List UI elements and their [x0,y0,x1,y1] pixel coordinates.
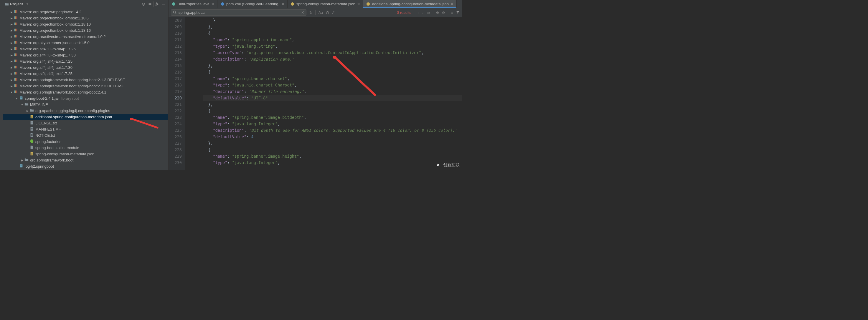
code-editor[interactable]: 2082092102112122132142152162172182192202… [168,17,462,170]
svg-rect-31 [14,66,15,69]
tree-item[interactable]: ▶org.apache.logging.log4j.core.config.pl… [3,108,168,114]
code-line[interactable]: "name": "spring.application.name", [203,36,462,43]
collapse-all-icon[interactable] [147,1,153,7]
code-line[interactable]: { [203,69,462,75]
expand-arrow-icon[interactable]: ▶ [9,72,13,75]
select-all-icon[interactable]: ▭ [427,10,430,15]
code-line[interactable]: "description": "Banner file encoding.", [203,88,462,95]
code-line[interactable]: "type": "java.lang.String", [203,43,462,49]
tree-item[interactable]: ▶Maven: org.springframework.boot:spring-… [3,77,168,83]
expand-arrow-icon[interactable]: ▶ [9,35,13,38]
tree-item[interactable]: ▶Maven: org.pegdown:pegdown:1.4.2 [3,9,168,15]
tree-item[interactable]: ▼META-INF [3,102,168,108]
close-tab-icon[interactable]: ✕ [211,2,214,6]
close-tab-icon[interactable]: ✕ [357,2,360,6]
tree-item[interactable]: { }spring-configuration-metadata.json [3,151,168,157]
next-match-icon[interactable]: ↓ [422,10,424,15]
close-tab-icon[interactable]: ✕ [451,2,454,6]
code-line[interactable]: "name": "spring.banner.image.bitdepth", [203,114,462,120]
expand-arrow-icon[interactable]: ▼ [9,91,13,94]
close-tab-icon[interactable]: ✕ [281,2,284,6]
project-view-selector[interactable]: Project ▼ [5,2,29,6]
prev-match-icon[interactable]: ↑ [417,10,419,15]
expand-arrow-icon[interactable]: ▶ [9,41,13,44]
add-selection-icon[interactable]: ⊕ [436,10,439,15]
code-line[interactable]: { [203,146,462,153]
tree-item[interactable]: ▶Maven: org.slf4j:slf4j-api:1.7.25 [3,58,168,64]
words-toggle[interactable]: W [326,10,329,15]
code-line[interactable]: "description": "Application name." [203,56,462,62]
code-content[interactable]: } }, { "name": "spring.application.name"… [185,17,462,170]
expand-arrow-icon[interactable]: ▶ [9,85,13,87]
editor-tab[interactable]: pom.xml (SpringBoot-Learning)✕ [217,0,287,8]
editor-tab[interactable]: additional-spring-configuration-metadata… [363,0,457,8]
code-line[interactable]: "defaultValue": 4 [203,134,462,140]
expand-arrow-icon[interactable]: ▶ [9,48,13,50]
find-input[interactable] [179,10,299,15]
tree-item[interactable]: ▶Maven: org.projectlombok:lombok:1.18.10 [3,21,168,27]
gear-icon[interactable] [154,1,160,7]
project-tree[interactable]: ▶Maven: org.pegdown:pegdown:1.4.2▶Maven:… [3,8,168,170]
code-line[interactable]: "name": "spring.banner.charset", [203,75,462,82]
code-line[interactable]: "sourceType": "org.springframework.boot.… [203,49,462,56]
tree-item[interactable]: ▶Maven: org.skyscreamer:jsonassert:1.5.0 [3,40,168,46]
tree-item[interactable]: NOTICE.txt [3,132,168,139]
tree-item[interactable]: ▶Maven: org.reactivestreams:reactive-str… [3,34,168,40]
tree-item[interactable]: MANIFEST.MF [3,126,168,132]
clear-search-icon[interactable]: ✕ [301,10,304,15]
editor-tab[interactable]: DidiProperties.java✕ [168,0,217,8]
tree-item[interactable]: ▶Maven: org.projectlombok:lombok:1.18.6 [3,15,168,21]
code-line[interactable]: }, [203,24,462,30]
code-line[interactable]: }, [203,62,462,69]
tool-window-stripe[interactable] [0,0,3,170]
expand-arrow-icon[interactable]: ▶ [9,17,13,20]
tree-item[interactable]: ▼Maven: org.springframework.boot:spring-… [3,89,168,95]
tree-item[interactable]: ▶org.springframework.boot [3,157,168,163]
code-line[interactable]: } [203,17,462,24]
code-line[interactable]: "description": "Bit depth to use for ANS… [203,127,462,134]
code-line[interactable]: }, [203,140,462,146]
hide-icon[interactable] [160,1,166,7]
filter-icon[interactable] [456,11,460,14]
expand-arrow-icon[interactable]: ▶ [9,66,13,69]
tree-item[interactable]: log4j2.springboot [3,163,168,169]
code-line[interactable]: "defaultValue": "UTF-8" [203,95,462,101]
tree-item[interactable]: ▶Maven: org.slf4j:jul-to-slf4j:1.7.25 [3,46,168,52]
editor-tab[interactable]: spring-configuration-metadata.json✕ [287,0,363,8]
remove-selection-icon[interactable]: ⊖ [442,10,445,15]
expand-arrow-icon[interactable]: ▶ [9,10,13,13]
code-line[interactable]: "name": "spring.banner.image.height", [203,153,462,159]
svg-line-65 [175,13,176,14]
tree-item[interactable]: ▶Maven: org.springframework.boot:spring-… [3,83,168,89]
expand-arrow-icon[interactable]: ▼ [20,103,24,106]
expand-arrow-icon[interactable]: ▶ [9,29,13,32]
code-line[interactable]: { [203,30,462,36]
tree-item[interactable]: ▶Maven: org.slf4j:slf4j-ext:1.7.25 [3,71,168,77]
find-input-wrap[interactable]: ✕ [171,9,306,15]
filter-settings-icon[interactable]: ≡ [451,10,453,15]
code-line[interactable]: { [203,108,462,114]
expand-arrow-icon[interactable]: ▶ [20,159,24,162]
expand-arrow-icon[interactable]: ▶ [9,54,13,57]
expand-arrow-icon[interactable]: ▶ [9,60,13,63]
code-line[interactable]: "type": "java.nio.charset.Charset", [203,82,462,88]
locate-icon[interactable] [140,1,147,7]
tree-item[interactable]: ▶Maven: org.slf4j:slf4j-api:1.7.30 [3,64,168,71]
tree-item[interactable]: { }additional-spring-configuration-metad… [3,114,168,120]
code-line[interactable]: "type": "java.lang.Integer", [203,120,462,127]
expand-arrow-icon[interactable]: ▶ [9,78,13,81]
code-line[interactable]: }, [203,101,462,108]
expand-arrow-icon[interactable]: ▶ [25,109,29,112]
expand-arrow-icon[interactable]: ▼ [15,97,19,100]
tree-item[interactable]: ▶Maven: org.projectlombok:lombok:1.18.16 [3,27,168,34]
tree-item[interactable]: spring-boot.kotlin_module [3,145,168,151]
expand-arrow-icon[interactable]: ▶ [9,23,13,26]
search-history-icon[interactable]: ↻ [309,10,312,15]
code-line[interactable]: "type": "java.lang.Integer", [203,159,462,166]
tree-item[interactable]: ▼spring-boot-2.4.1.jarlibrary root [3,95,168,102]
tree-item[interactable]: ▶Maven: org.slf4j:jul-to-slf4j:1.7.30 [3,52,168,58]
tree-item[interactable]: LICENSE.txt [3,120,168,126]
regex-toggle[interactable]: .* [332,10,334,15]
match-case-toggle[interactable]: Aa [318,10,323,15]
tree-item[interactable]: spring.factories [3,139,168,145]
